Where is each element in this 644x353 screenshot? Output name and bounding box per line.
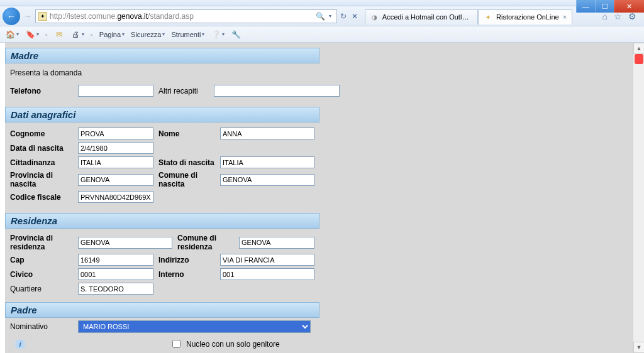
select-nominativo[interactable]: MARIO ROSSI bbox=[78, 320, 311, 333]
presenta-domanda-text: Presenta la domanda bbox=[5, 65, 633, 84]
label-comune-nascita: Comune di nascita bbox=[158, 171, 215, 188]
section-residenza: Residenza bbox=[5, 213, 319, 229]
input-cognome[interactable] bbox=[78, 128, 153, 139]
row-provincia-nascita: Provincia di nascita Comune di nascita bbox=[5, 170, 633, 190]
input-civico[interactable] bbox=[78, 268, 153, 280]
label-telefono: Telefono bbox=[10, 87, 73, 95]
label-provincia-residenza: Provincia di residenza bbox=[10, 234, 73, 251]
cmd-separator: ▪ bbox=[45, 31, 48, 38]
row-codice-fiscale: Codice fiscale bbox=[5, 190, 633, 204]
input-provincia-nascita[interactable] bbox=[78, 174, 153, 186]
cmd-mail[interactable]: ✉ bbox=[54, 30, 64, 40]
row-civico-interno: Civico Interno bbox=[5, 267, 633, 281]
browser-tabs: ◑ Accedi a Hotmail con Outlook,... ✦ Ris… bbox=[365, 8, 590, 24]
label-quartiere: Quartiere bbox=[10, 285, 73, 293]
cmd-separator: ▪ bbox=[91, 31, 93, 38]
feeds-icon: 🔖 bbox=[25, 30, 35, 40]
address-bar[interactable]: ✦ http://istest.comune.genova.it/standar… bbox=[35, 9, 337, 23]
label-cognome: Cognome bbox=[10, 129, 73, 138]
window-close-button[interactable]: ✕ bbox=[614, 0, 644, 13]
label-nominativo: Nominativo bbox=[10, 322, 73, 331]
cmd-safety[interactable]: Sicurezza ▾ bbox=[131, 31, 165, 38]
refresh-button[interactable]: ↻ bbox=[338, 12, 348, 21]
tab-close-icon[interactable]: × bbox=[563, 13, 567, 21]
section-dati-anagrafici: Dati anagrafici bbox=[5, 107, 319, 122]
row-cognome-nome: Cognome Nome bbox=[5, 126, 633, 141]
window-maximize-button[interactable]: ☐ bbox=[595, 0, 614, 13]
input-comune-nascita[interactable] bbox=[220, 174, 314, 186]
section-madre: Madre bbox=[5, 48, 319, 63]
tab-favicon-icon: ✦ bbox=[484, 13, 492, 21]
section-padre: Padre bbox=[5, 302, 319, 318]
input-data-nascita[interactable] bbox=[78, 142, 153, 154]
input-telefono[interactable] bbox=[78, 85, 153, 97]
input-comune-residenza[interactable] bbox=[239, 237, 314, 249]
cmd-extra[interactable]: 🔧 bbox=[231, 30, 241, 40]
label-cap: Cap bbox=[10, 256, 73, 264]
input-quartiere[interactable] bbox=[78, 283, 153, 295]
cmd-home[interactable]: 🏠▾ bbox=[5, 30, 19, 40]
cmd-tools[interactable]: Strumenti ▾ bbox=[171, 31, 204, 38]
window-minimize-button[interactable]: — bbox=[576, 0, 595, 13]
address-dropdown-icon[interactable]: ▾ bbox=[329, 13, 331, 19]
label-provincia-nascita: Provincia di nascita bbox=[10, 171, 73, 188]
tab-label: Accedi a Hotmail con Outlook,... bbox=[382, 13, 472, 21]
tab-ristorazione[interactable]: ✦ Ristorazione OnLine × bbox=[478, 9, 572, 24]
search-icon[interactable]: 🔍 bbox=[316, 12, 325, 21]
tab-favicon-icon: ◑ bbox=[370, 13, 379, 21]
tab-label: Ristorazione OnLine bbox=[496, 13, 559, 21]
input-cittadinanza[interactable] bbox=[78, 156, 153, 168]
scroll-thumb[interactable] bbox=[635, 54, 643, 64]
mail-icon: ✉ bbox=[54, 30, 64, 40]
cmd-page[interactable]: Pagina ▾ bbox=[99, 31, 125, 38]
label-stato-nascita: Stato di nascita bbox=[158, 158, 215, 167]
input-interno[interactable] bbox=[220, 268, 314, 280]
cmd-print[interactable]: 🖨▾ bbox=[70, 30, 84, 40]
scroll-up-button[interactable]: ▲ bbox=[633, 43, 644, 54]
row-data-nascita: Data di nascita bbox=[5, 141, 633, 155]
nav-back-button[interactable]: ← bbox=[3, 8, 20, 25]
row-telefono: Telefono Altri recapiti bbox=[5, 84, 633, 98]
input-nome[interactable] bbox=[220, 128, 314, 139]
page-content: Madre Presenta la domanda Telefono Altri… bbox=[5, 43, 633, 353]
vertical-scrollbar[interactable]: ▲ ▼ bbox=[633, 43, 644, 353]
label-altri-recapiti: Altri recapiti bbox=[158, 87, 209, 95]
input-cap[interactable] bbox=[78, 254, 153, 266]
row-cittadinanza: Cittadinanza Stato di nascita bbox=[5, 155, 633, 170]
input-stato-nascita[interactable] bbox=[220, 156, 314, 168]
info-icon[interactable]: i bbox=[15, 339, 25, 349]
home-icon: 🏠 bbox=[5, 30, 15, 40]
input-indirizzo[interactable] bbox=[220, 254, 314, 266]
address-controls: 🔍 ▾ bbox=[296, 12, 334, 21]
print-icon: 🖨 bbox=[70, 30, 80, 40]
label-nome: Nome bbox=[158, 129, 215, 138]
window-titlebar: — ☐ ✕ bbox=[0, 0, 644, 6]
nav-forward-button[interactable]: → bbox=[21, 9, 34, 24]
browser-nav-bar: ← → ✦ http://istest.comune.genova.it/sta… bbox=[0, 6, 644, 26]
label-indirizzo: Indirizzo bbox=[158, 256, 215, 264]
row-cap-indirizzo: Cap Indirizzo bbox=[5, 253, 633, 267]
label-civico: Civico bbox=[10, 270, 73, 279]
label-codice-fiscale: Codice fiscale bbox=[10, 193, 73, 202]
site-favicon-icon: ✦ bbox=[38, 12, 47, 21]
cmd-feeds[interactable]: 🔖▾ bbox=[25, 30, 39, 40]
scroll-down-button[interactable]: ▼ bbox=[633, 342, 644, 353]
label-nucleo: Nucleo con un solo genitore bbox=[186, 340, 280, 349]
page-frame: Madre Presenta la domanda Telefono Altri… bbox=[0, 43, 644, 353]
input-altri-recapiti[interactable] bbox=[214, 85, 340, 97]
stop-button[interactable]: ✕ bbox=[350, 12, 360, 21]
row-provincia-residenza: Provincia di residenza Comune di residen… bbox=[5, 232, 633, 253]
row-quartiere: Quartiere bbox=[5, 281, 633, 296]
help-icon: ❔ bbox=[211, 30, 221, 40]
input-provincia-residenza[interactable] bbox=[78, 237, 172, 249]
tab-hotmail[interactable]: ◑ Accedi a Hotmail con Outlook,... bbox=[365, 9, 478, 24]
browser-command-bar: 🏠▾ 🔖▾ ▪ ✉ 🖨▾ ▪ Pagina ▾ Sicurezza ▾ Stru… bbox=[0, 26, 644, 43]
address-url: http://istest.comune.genova.it/standard.… bbox=[50, 12, 294, 21]
label-data-nascita: Data di nascita bbox=[10, 144, 73, 153]
checkbox-nucleo[interactable] bbox=[172, 340, 180, 348]
input-codice-fiscale[interactable] bbox=[78, 191, 153, 203]
cmd-help[interactable]: ❔▾ bbox=[211, 30, 225, 40]
row-nucleo-genitore: Nucleo con un solo genitore bbox=[165, 335, 285, 352]
label-interno: Interno bbox=[158, 270, 215, 279]
extra-icon: 🔧 bbox=[231, 30, 241, 40]
